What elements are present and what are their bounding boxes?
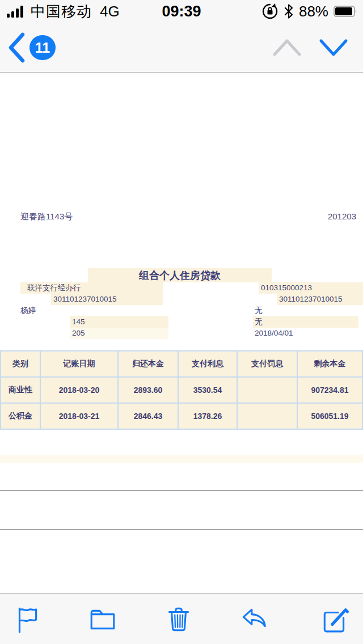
compose-icon — [320, 604, 349, 634]
table-cell: 3530.54 — [179, 378, 237, 402]
field-none-1: 无 — [255, 305, 263, 316]
previous-message-button[interactable] — [271, 33, 303, 62]
empty-highlight-row — [0, 455, 363, 463]
battery-icon — [334, 6, 357, 17]
table-cell: 2018-03-20 — [41, 378, 117, 402]
table-cell — [238, 404, 297, 429]
field-none-2: 无 — [253, 316, 358, 328]
back-chevron-icon — [8, 32, 25, 63]
reply-button[interactable] — [236, 599, 272, 639]
separator-line — [0, 529, 363, 530]
move-to-folder-button[interactable] — [85, 599, 121, 639]
battery-percent-label: 88% — [299, 3, 328, 20]
table-cell: 2846.43 — [119, 404, 178, 429]
table-header-penalty: 支付罚息 — [238, 351, 297, 376]
field-name: 杨婷 — [20, 305, 36, 316]
reply-icon — [240, 604, 268, 634]
field-branch: 联洋支行经办行 — [20, 282, 163, 294]
trash-button[interactable] — [161, 599, 197, 639]
document-title: 组合个人住房贷款 — [88, 268, 272, 282]
mail-toolbar — [0, 593, 363, 644]
status-bar: 中国移动 4G 09:39 88% — [0, 0, 363, 23]
table-cell: 2893.60 — [119, 378, 178, 402]
table-header-remaining: 剩余本金 — [298, 351, 362, 376]
table-cell: 1378.26 — [179, 404, 237, 429]
chevron-up-icon — [272, 36, 302, 59]
flag-button[interactable] — [9, 599, 45, 639]
table-cell: 公积金 — [1, 404, 40, 429]
next-message-button[interactable] — [318, 33, 349, 62]
field-date: 2018/04/01 — [255, 328, 293, 339]
status-right: 88% — [261, 0, 357, 23]
field-code: 010315000213 — [259, 282, 363, 294]
field-account-left: 301101237010015 — [51, 294, 163, 305]
mail-app-screen: 中国移动 4G 09:39 88% — [0, 0, 363, 644]
repayment-table: 类别 记账日期 归还本金 支付利息 支付罚息 剩余本金 商业性 2018-03-… — [0, 350, 363, 430]
separator-line — [0, 490, 363, 491]
field-account-right: 301101237010015 — [277, 294, 363, 305]
table-header-date: 记账日期 — [41, 351, 117, 376]
address-text: 迎春路1143号 — [20, 211, 73, 222]
email-body: 迎春路1143号 201203 组合个人住房贷款 联洋支行经办行 0103150… — [0, 73, 363, 593]
table-header-interest: 支付利息 — [179, 351, 237, 376]
table-cell: 2018-03-21 — [41, 404, 117, 429]
postcode-text: 201203 — [328, 211, 356, 221]
field-145: 145 — [70, 316, 168, 328]
table-cell — [238, 378, 297, 402]
bluetooth-icon — [284, 3, 294, 19]
unread-count-badge: 11 — [29, 35, 56, 60]
table-cell: 907234.81 — [298, 378, 362, 402]
table-cell: 商业性 — [1, 378, 40, 402]
compose-button[interactable] — [316, 599, 353, 639]
flag-icon — [13, 604, 41, 634]
field-205: 205 — [70, 328, 168, 339]
trash-icon — [164, 604, 193, 634]
folder-icon — [88, 604, 117, 634]
orientation-lock-icon — [261, 3, 278, 20]
chevron-down-icon — [319, 36, 348, 59]
table-header-principal: 归还本金 — [119, 351, 178, 376]
back-button[interactable]: 11 — [8, 27, 76, 68]
table-header-category: 类别 — [1, 351, 40, 376]
table-cell: 506051.19 — [298, 404, 362, 429]
nav-bar: 11 — [0, 23, 363, 73]
